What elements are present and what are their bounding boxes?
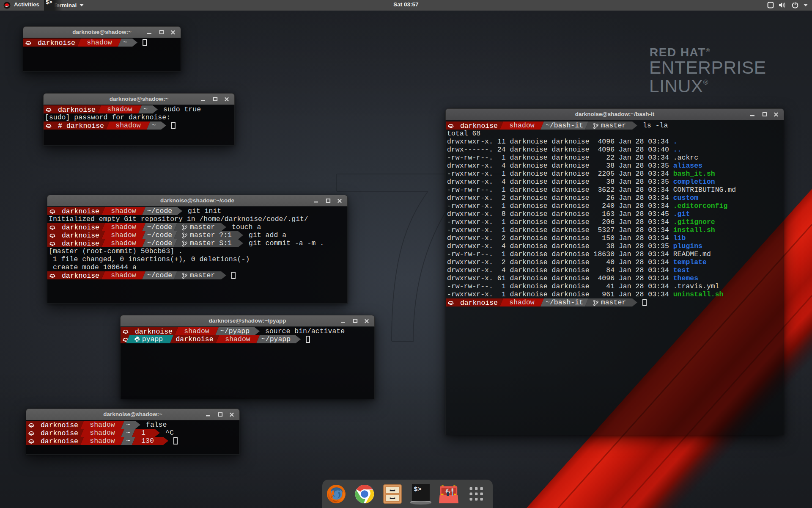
svg-text:ENTERPRISE: ENTERPRISE [649, 58, 766, 77]
svg-text:RED HAT®: RED HAT® [650, 46, 710, 59]
svg-text:LINUX®: LINUX® [649, 76, 708, 96]
svg-text:$>: $> [414, 486, 422, 493]
